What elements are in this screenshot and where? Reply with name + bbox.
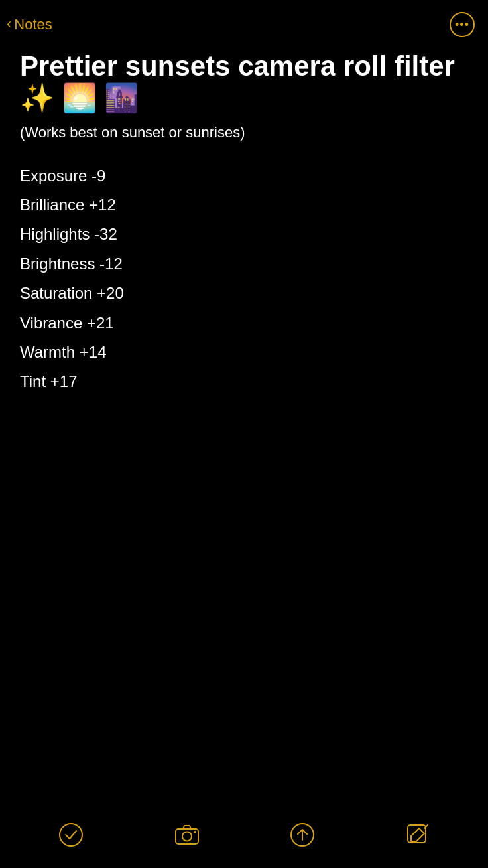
chevron-left-icon: ‹ bbox=[7, 15, 11, 33]
camera-button[interactable] bbox=[174, 824, 200, 846]
check-circle-icon bbox=[58, 822, 84, 847]
filter-list-item: Highlights -32 bbox=[20, 220, 468, 249]
svg-point-3 bbox=[194, 831, 196, 833]
filter-list-item: Warmth +14 bbox=[20, 338, 468, 367]
compose-button[interactable] bbox=[290, 822, 315, 847]
svg-point-2 bbox=[182, 832, 192, 841]
more-button[interactable]: ••• bbox=[450, 12, 475, 37]
ellipsis-icon: ••• bbox=[455, 19, 469, 31]
filter-list-item: Brilliance +12 bbox=[20, 190, 468, 220]
filter-list-item: Exposure -9 bbox=[20, 161, 468, 190]
header: ‹ Notes ••• bbox=[0, 0, 488, 44]
new-note-button[interactable] bbox=[406, 823, 430, 847]
note-content: Prettier sunsets camera roll filter ✨ 🌅 … bbox=[0, 44, 488, 410]
done-button[interactable] bbox=[58, 822, 84, 847]
compose-icon bbox=[290, 822, 315, 847]
filter-list-item: Brightness -12 bbox=[20, 250, 468, 279]
filter-list-item: Vibrance +21 bbox=[20, 309, 468, 338]
bottom-toolbar bbox=[0, 808, 488, 868]
filter-list-item: Tint +17 bbox=[20, 367, 468, 396]
svg-point-0 bbox=[60, 824, 82, 846]
note-subtitle: (Works best on sunset or sunrises) bbox=[20, 124, 468, 141]
filter-list-item: Saturation +20 bbox=[20, 279, 468, 308]
note-title: Prettier sunsets camera roll filter ✨ 🌅 … bbox=[20, 50, 468, 115]
filter-list: Exposure -9Brilliance +12Highlights -32B… bbox=[20, 161, 468, 397]
back-button[interactable]: ‹ Notes bbox=[7, 16, 52, 33]
back-label: Notes bbox=[14, 16, 52, 33]
camera-icon bbox=[174, 824, 200, 846]
edit-icon bbox=[406, 823, 430, 847]
